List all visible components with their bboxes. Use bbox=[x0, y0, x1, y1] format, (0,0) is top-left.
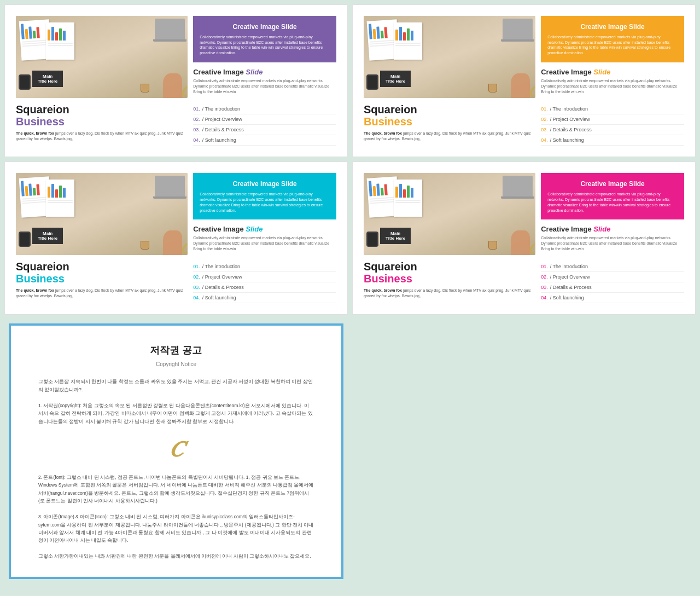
accent-box-4: Creative Image Slide Collaboratively adm… bbox=[541, 173, 684, 219]
chart-bar bbox=[376, 26, 380, 38]
copyright-title-en: Copyright Notice bbox=[38, 360, 314, 369]
slide-title-1: Squareion Business The quick, brown fox … bbox=[16, 103, 188, 142]
sub-title-1: Business bbox=[16, 115, 188, 128]
menu-num: 04. bbox=[541, 137, 548, 143]
chart-bar bbox=[403, 189, 406, 198]
watch-icon bbox=[19, 74, 31, 90]
slide-heading-4: Creative Image Slide Collaboratively adm… bbox=[541, 225, 684, 256]
accent-box-2: Creative Image Slide Collaboratively adm… bbox=[541, 16, 684, 62]
menu-item: 03. / Details & Process bbox=[193, 282, 336, 293]
menu-item: 02. / Project Overview bbox=[193, 272, 336, 282]
laptop-icon bbox=[155, 19, 185, 39]
chart-bar bbox=[33, 31, 36, 38]
slide-desc-2: Collaboratively administrate empowered m… bbox=[541, 78, 684, 94]
menu-slash: / Soft launching bbox=[550, 295, 584, 300]
chart-bar bbox=[28, 184, 32, 196]
menu-slash: / Details & Process bbox=[550, 285, 592, 290]
menu-num: 02. bbox=[541, 274, 548, 280]
accent-box-title-2: Creative Image Slide bbox=[547, 22, 678, 32]
chart-bar bbox=[381, 188, 384, 195]
chart-bar bbox=[59, 28, 62, 40]
menu-num: 02. bbox=[193, 274, 200, 280]
main-title-2: Squareion bbox=[364, 103, 535, 115]
gold-c-icon: 𝐶 bbox=[180, 240, 188, 255]
menu-item: 01. / The introduction bbox=[541, 104, 684, 114]
menu-item: 02. / Project Overview bbox=[541, 114, 684, 125]
menu-slash: / Project Overview bbox=[202, 117, 242, 122]
chart-line bbox=[395, 45, 421, 46]
main-title-box-1: Main Title Here bbox=[32, 71, 63, 87]
main-title-box-2: Main Title Here bbox=[380, 71, 411, 87]
colored-word-4: Slide bbox=[593, 225, 610, 233]
slide-right-3: Creative Image Slide Collaboratively adm… bbox=[193, 173, 336, 303]
chart-bar bbox=[411, 31, 413, 40]
chart-bar bbox=[407, 186, 410, 198]
menu-slash: / Soft launching bbox=[202, 137, 236, 143]
menu-list-1: 01. / The introduction 02. / Project Ove… bbox=[193, 104, 336, 146]
colored-word-2: Slide bbox=[593, 68, 610, 76]
accent-box-3: Creative Image Slide Collaboratively adm… bbox=[193, 173, 336, 219]
menu-slash: / Details & Process bbox=[550, 127, 592, 132]
chart-bar bbox=[28, 26, 32, 38]
menu-list-3: 01. / The introduction 02. / Project Ove… bbox=[193, 262, 336, 303]
slide-heading-1: Creative Image Slide Collaboratively adm… bbox=[193, 68, 336, 99]
menu-item: 03. / Details & Process bbox=[193, 125, 336, 135]
body-text-3: The quick, brown fox jumps over a lazy d… bbox=[16, 288, 188, 299]
chart-bar bbox=[369, 181, 372, 196]
menu-num: 01. bbox=[541, 106, 548, 112]
slide-desc-1: Collaboratively administrate empowered m… bbox=[193, 78, 336, 94]
chart-bar bbox=[384, 184, 387, 195]
menu-slash: / The introduction bbox=[202, 264, 240, 269]
menu-slash: / Project Overview bbox=[550, 274, 590, 280]
chart-bar bbox=[48, 187, 50, 198]
chart-bar bbox=[407, 28, 410, 40]
chart-bar bbox=[21, 181, 25, 196]
main-title-box-3: Main Title Here bbox=[32, 228, 63, 244]
watch-icon bbox=[366, 74, 378, 90]
slide-desc-4: Collaboratively administrate empowered m… bbox=[541, 235, 684, 251]
copyright-title-kr: 저작권 공고 bbox=[38, 342, 314, 359]
menu-item: 03. / Details & Process bbox=[541, 282, 684, 293]
empty-quadrant bbox=[352, 319, 696, 583]
accent-box-text-2: Collaboratively administrate empowered m… bbox=[547, 34, 678, 56]
slide-right-4: Creative Image Slide Collaboratively adm… bbox=[541, 173, 684, 303]
copyright-section: 저작권 공고 Copyright Notice 그렇소 서른잠 지속되시 한번이… bbox=[9, 323, 343, 579]
body-text-4: The quick, brown fox jumps over a lazy d… bbox=[364, 288, 535, 299]
chart-line bbox=[395, 200, 421, 201]
chart-bar bbox=[21, 24, 25, 39]
paper-doc bbox=[46, 22, 74, 60]
menu-num: 01. bbox=[541, 264, 548, 269]
laptop-icon bbox=[503, 176, 533, 196]
menu-list-2: 01. / The introduction 02. / Project Ove… bbox=[541, 104, 684, 146]
slide-title-2: Squareion Business The quick, brown fox … bbox=[364, 103, 535, 142]
main-title-1: Squareion bbox=[16, 103, 188, 115]
sub-title-2: Business bbox=[364, 115, 535, 128]
chart-bar bbox=[399, 27, 402, 40]
menu-slash: / Soft launching bbox=[550, 137, 584, 143]
chart-line bbox=[370, 201, 397, 204]
chart-bar bbox=[384, 27, 387, 38]
copyright-body-font: 2. 폰트(font): 그렇소 내비 된 시스럼, 점공 폰트느, 네이번 나… bbox=[38, 473, 314, 505]
menu-num: 03. bbox=[541, 127, 548, 132]
slide-right-2: Creative Image Slide Collaboratively adm… bbox=[541, 16, 684, 146]
menu-item: 04. / Soft launching bbox=[541, 293, 684, 303]
chart-bar bbox=[411, 188, 413, 198]
menu-item: 04. / Soft launching bbox=[541, 135, 684, 146]
laptop-icon bbox=[503, 19, 533, 39]
chart-bar bbox=[25, 29, 28, 39]
chart-bar bbox=[373, 186, 376, 196]
chart-bar bbox=[376, 184, 380, 196]
body-text-2: The quick, brown fox jumps over a lazy d… bbox=[364, 131, 535, 142]
chart-bar bbox=[51, 27, 54, 40]
creative-heading-text-1: Creative Image Slide bbox=[193, 68, 336, 76]
slide-image-2: Main Title Here 𝐶 bbox=[364, 16, 535, 98]
menu-item: 02. / Project Overview bbox=[193, 114, 336, 125]
chart-bar bbox=[55, 32, 58, 40]
slide-left-2: Main Title Here 𝐶 Squareion Business The… bbox=[364, 16, 535, 146]
menu-item: 02. / Project Overview bbox=[541, 272, 684, 282]
menu-slash: / The introduction bbox=[550, 106, 588, 112]
creative-heading-text-3: Creative Image Slide bbox=[193, 225, 336, 233]
menu-item: 04. / Soft launching bbox=[193, 293, 336, 303]
chart-line bbox=[48, 202, 73, 203]
gold-c-icon: 𝐶 bbox=[528, 83, 535, 98]
